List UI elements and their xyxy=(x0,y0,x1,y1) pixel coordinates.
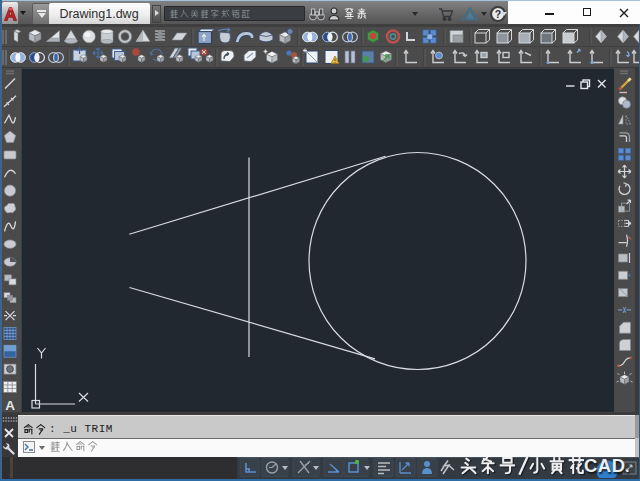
svg-text:A: A xyxy=(5,398,15,413)
